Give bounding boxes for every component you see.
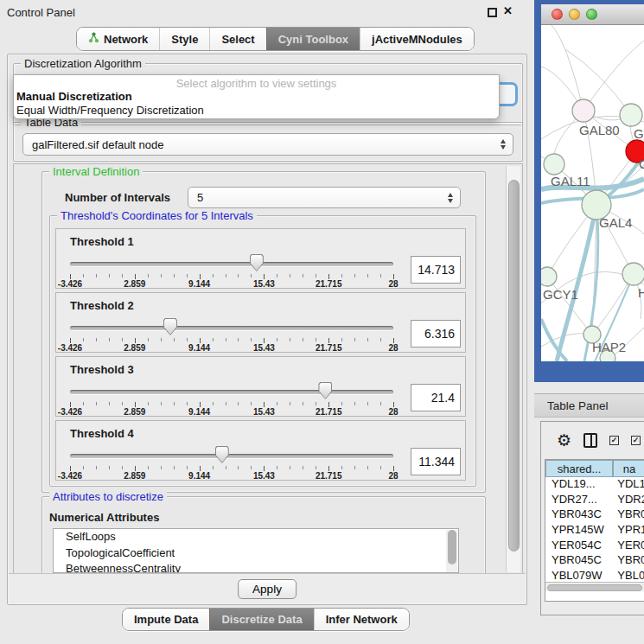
- slider-tick: [148, 338, 149, 341]
- threshold-label: Threshold 2: [70, 299, 134, 312]
- threshold-slider[interactable]: -3.4262.8599.14415.4321.71528: [70, 316, 393, 352]
- list-item[interactable]: BetweennessCentrality: [54, 561, 458, 573]
- threshold-value-field[interactable]: 14.713: [411, 256, 461, 284]
- scrollbar-thumb[interactable]: [508, 180, 520, 552]
- apply-button[interactable]: Apply: [238, 579, 296, 599]
- threshold-value-field[interactable]: 6.316: [411, 320, 461, 348]
- table-data-combobox[interactable]: galFiltered.sif default node: [22, 133, 513, 156]
- tab-discretize-data[interactable]: Discretize Data: [209, 609, 313, 630]
- slider-tick: [380, 466, 381, 469]
- spinner-icon: [448, 193, 453, 203]
- horizontal-scrollbar[interactable]: [545, 582, 644, 591]
- column-header-shared-name[interactable]: shared...: [545, 460, 613, 477]
- slider-tick-label: 9.144: [188, 471, 210, 481]
- network-window-titlebar[interactable]: [541, 4, 644, 25]
- table-rows: YDL19...YDL1 YDR27...YDR2 YBR043CYBR0 YP…: [545, 477, 644, 582]
- tab-select[interactable]: Select: [209, 28, 265, 50]
- slider-tick: [354, 274, 355, 277]
- slider-thumb[interactable]: [215, 446, 229, 463]
- network-node[interactable]: [622, 263, 644, 285]
- dropdown-placeholder: Select algorithm to view settings: [14, 77, 499, 90]
- network-canvas[interactable]: GAL80 GA C GAL11 GAL4 GCY1 H HAP2: [541, 25, 644, 361]
- table-row[interactable]: YDR27...YDR2: [545, 493, 644, 508]
- panel-scrollbar[interactable]: [506, 166, 520, 572]
- cell: YDR2: [612, 493, 644, 508]
- slider-tick: [303, 338, 303, 341]
- tab-network[interactable]: Network: [77, 28, 159, 50]
- slider-scale: -3.4262.8599.14415.4321.71528: [70, 274, 393, 288]
- slider-track[interactable]: [70, 454, 393, 458]
- cell: YBR0: [612, 507, 644, 523]
- dropdown-option-equal-width[interactable]: Equal Width/Frequency Discretization: [14, 104, 499, 118]
- cell: YBL0: [612, 569, 644, 582]
- tab-style[interactable]: Style: [159, 28, 209, 50]
- slider-tick: [316, 338, 316, 341]
- slider-thumb[interactable]: [250, 254, 264, 271]
- close-icon[interactable]: ✕: [503, 4, 513, 17]
- node-label: C: [639, 156, 644, 171]
- float-window-icon[interactable]: [488, 8, 497, 17]
- slider-tick: [213, 402, 214, 405]
- table-row[interactable]: YBR043CYBR0: [545, 507, 644, 523]
- cell: YBR0: [612, 553, 644, 569]
- network-node[interactable]: [620, 104, 642, 126]
- tab-jactivemnodules[interactable]: jActiveMNodules: [360, 28, 474, 50]
- close-traffic-light[interactable]: [552, 9, 563, 20]
- list-item[interactable]: SelfLoops: [54, 529, 458, 545]
- top-tab-bar: Network Style Select Cyni Toolbox jActiv…: [76, 27, 475, 51]
- table-panel-toolbar: ⚙ ✓ ✓: [541, 422, 644, 458]
- table-row[interactable]: YBR045CYBR0: [545, 553, 644, 569]
- tab-impute-data[interactable]: Impute Data: [123, 609, 209, 630]
- list-item[interactable]: TopologicalCoefficient: [54, 545, 458, 562]
- slider-tick: [238, 466, 239, 469]
- slider-tick: [96, 338, 97, 341]
- slider-tick-label: 9.144: [188, 343, 210, 353]
- dropdown-option-manual[interactable]: Manual Discretization: [14, 90, 499, 104]
- network-node[interactable]: [544, 154, 564, 175]
- slider-track[interactable]: [70, 390, 393, 394]
- network-node[interactable]: [541, 267, 557, 286]
- slider-tick-label: -3.426: [58, 279, 82, 289]
- gear-icon[interactable]: ⚙: [557, 432, 571, 449]
- minimize-traffic-light[interactable]: [569, 9, 580, 20]
- table-row[interactable]: YBL079WYBL0: [545, 569, 644, 582]
- checkbox-icon[interactable]: ✓: [609, 436, 619, 445]
- tab-cyni-toolbox[interactable]: Cyni Toolbox: [266, 28, 360, 50]
- threshold-slider[interactable]: -3.4262.8599.14415.4321.71528: [70, 443, 393, 480]
- cell: YDL19...: [545, 477, 612, 493]
- table-row[interactable]: YER054CYER0: [545, 539, 644, 554]
- node-label: GAL4: [599, 215, 632, 230]
- slider-tick: [380, 402, 381, 405]
- slider-tick-label: 21.715: [316, 343, 342, 353]
- scrollbar-thumb[interactable]: [448, 530, 456, 564]
- threshold-label: Threshold 4: [70, 427, 134, 440]
- slider-thumb[interactable]: [163, 318, 177, 335]
- table-row[interactable]: YPR145WYPR1: [545, 523, 644, 539]
- threshold-slider[interactable]: -3.4262.8599.14415.4321.71528: [70, 252, 393, 288]
- checkbox-icon[interactable]: ✓: [631, 436, 641, 445]
- slider-track[interactable]: [70, 262, 393, 266]
- thresholds-group: Threshold's Coordinates for 5 Intervals …: [49, 215, 476, 487]
- slider-thumb[interactable]: [318, 382, 332, 399]
- scrollbar-thumb[interactable]: [547, 584, 642, 591]
- threshold-value-field[interactable]: 11.344: [411, 448, 461, 475]
- table-row[interactable]: YDL19...YDL1: [545, 477, 644, 493]
- threshold-slider[interactable]: -3.4262.8599.14415.4321.71528: [70, 379, 393, 416]
- threshold-panel: Threshold 4 -3.4262.8599.14415.4321.7152…: [55, 420, 466, 481]
- tab-infer-network[interactable]: Infer Network: [314, 609, 409, 630]
- threshold-value-field[interactable]: 21.4: [411, 384, 461, 411]
- node-label: H: [638, 285, 644, 300]
- slider-tick: [251, 274, 252, 277]
- split-column-icon[interactable]: [583, 433, 597, 448]
- slider-tick: [174, 274, 175, 277]
- number-of-intervals-combobox[interactable]: 5: [188, 187, 461, 208]
- slider-tick: [238, 402, 239, 405]
- numerical-attributes-list[interactable]: SelfLoops TopologicalCoefficient Between…: [53, 528, 459, 573]
- slider-tick-label: 21.715: [316, 407, 342, 417]
- zoom-traffic-light[interactable]: [586, 9, 597, 20]
- list-scrollbar[interactable]: [446, 530, 457, 573]
- column-header-name[interactable]: na: [613, 460, 644, 477]
- slider-track[interactable]: [70, 326, 393, 330]
- network-node[interactable]: [572, 99, 595, 122]
- threshold-label: Threshold 3: [70, 363, 134, 376]
